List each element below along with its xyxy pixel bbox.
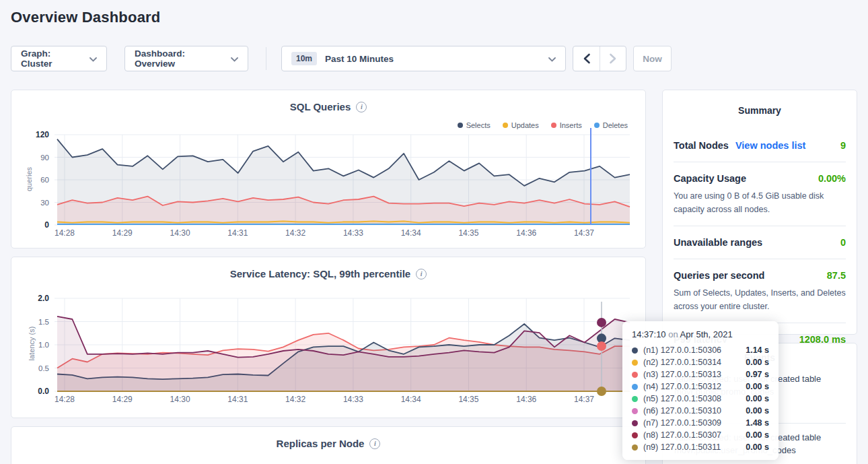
toolbar-divider	[266, 47, 266, 70]
svg-text:14:31: 14:31	[227, 395, 248, 404]
chevron-down-icon	[548, 54, 556, 64]
svg-text:14:31: 14:31	[227, 228, 248, 238]
time-range-badge: 10m	[291, 52, 317, 65]
svg-text:14:33: 14:33	[343, 228, 363, 238]
node-color-dot-icon	[632, 444, 638, 451]
chevron-right-icon	[609, 53, 617, 64]
svg-text:14:37: 14:37	[574, 228, 594, 238]
chevron-down-icon	[231, 54, 238, 64]
sql-queries-chart[interactable]: 030609012014:2814:2914:3014:3114:3214:33…	[11, 90, 647, 249]
total-nodes-value: 9	[840, 140, 846, 151]
sql-queries-chart-card: SQL Queries i SelectsUpdatesInsertsDelet…	[11, 90, 646, 248]
svg-text:14:32: 14:32	[285, 228, 305, 238]
svg-text:14:28: 14:28	[55, 228, 75, 238]
svg-text:0: 0	[44, 220, 49, 230]
view-nodes-list-link[interactable]: View nodes list	[735, 140, 806, 151]
prev-time-button[interactable]	[573, 46, 600, 71]
svg-text:120: 120	[36, 130, 49, 139]
svg-text:14:30: 14:30	[170, 228, 190, 238]
tooltip-row: (n8) 127.0.0.1:503070.00 s	[632, 429, 769, 441]
capacity-usage-value: 0.00%	[818, 173, 846, 184]
svg-text:2.0: 2.0	[38, 294, 49, 303]
svg-text:14:33: 14:33	[343, 395, 363, 404]
tooltip-row: (n7) 127.0.0.1:503091.48 s	[632, 417, 769, 429]
svg-text:14:37: 14:37	[574, 395, 594, 404]
summary-title: Summary	[674, 105, 846, 116]
now-button[interactable]: Now	[633, 46, 672, 71]
service-latency-chart[interactable]: 0.00.51.01.52.014:2814:2914:3014:3114:32…	[11, 257, 647, 419]
svg-text:1.0: 1.0	[38, 341, 49, 349]
node-color-dot-icon	[632, 347, 638, 354]
time-range-picker[interactable]: 10m Past 10 Minutes	[281, 46, 566, 71]
svg-text:14:29: 14:29	[112, 395, 133, 404]
dashboard-dropdown-label: Dashboard: Overview	[135, 48, 223, 69]
tooltip-row: (n2) 127.0.0.1:503140.00 s	[632, 356, 769, 368]
qps-value: 87.5	[827, 270, 846, 281]
svg-text:14:36: 14:36	[516, 228, 536, 238]
tooltip-row: (n9) 127.0.0.1:503110.00 s	[632, 441, 769, 453]
qps-label: Queries per second	[674, 270, 764, 281]
chevron-left-icon	[583, 53, 591, 64]
svg-text:14:35: 14:35	[458, 395, 478, 404]
svg-text:14:36: 14:36	[516, 395, 536, 404]
tooltip-rows: (n1) 127.0.0.1:503061.14 s(n2) 127.0.0.1…	[632, 344, 769, 453]
graph-dropdown[interactable]: Graph: Cluster	[11, 46, 107, 71]
capacity-usage-desc: You are using 0 B of 4.5 GiB usable disk…	[674, 189, 846, 216]
tooltip-timestamp: 14:37:10 on Apr 5th, 2021	[632, 329, 769, 339]
node-color-dot-icon	[632, 396, 638, 402]
overview-dashboard-page: Overview Dashboard Graph: Cluster Dashbo…	[0, 0, 868, 464]
svg-text:1.5: 1.5	[38, 318, 49, 326]
dashboard-dropdown[interactable]: Dashboard: Overview	[124, 46, 248, 71]
node-color-dot-icon	[632, 420, 638, 426]
page-title: Overview Dashboard	[11, 9, 160, 26]
node-color-dot-icon	[632, 432, 638, 438]
service-latency-chart-card: Service Latency: SQL, 99th percentile i …	[11, 257, 646, 418]
svg-text:0.0: 0.0	[38, 387, 49, 396]
total-nodes-label: Total Nodes	[674, 140, 729, 151]
svg-text:14:35: 14:35	[458, 228, 478, 238]
node-color-dot-icon	[632, 408, 638, 414]
tooltip-row: (n4) 127.0.0.1:503120.00 s	[632, 380, 769, 393]
svg-text:14:34: 14:34	[401, 395, 421, 404]
tooltip-row: (n1) 127.0.0.1:503061.14 s	[632, 344, 769, 356]
node-color-dot-icon	[632, 384, 638, 390]
svg-text:30: 30	[40, 199, 49, 207]
svg-text:0.5: 0.5	[38, 364, 49, 372]
node-color-dot-icon	[632, 360, 638, 366]
unavailable-ranges-value: 0	[840, 237, 846, 248]
unavailable-ranges-label: Unavailable ranges	[674, 237, 762, 248]
svg-text:90: 90	[40, 154, 49, 162]
graph-dropdown-label: Graph: Cluster	[21, 48, 81, 69]
next-time-button[interactable]	[600, 46, 626, 71]
svg-text:14:32: 14:32	[285, 395, 305, 404]
latency-hover-tooltip: 14:37:10 on Apr 5th, 2021 (n1) 127.0.0.1…	[622, 321, 779, 460]
svg-text:14:29: 14:29	[112, 228, 133, 238]
svg-text:14:30: 14:30	[170, 395, 190, 404]
tooltip-row: (n3) 127.0.0.1:503130.97 s	[632, 368, 769, 380]
time-range-label: Past 10 Minutes	[325, 54, 394, 64]
replicas-chart-title: Replicas per Node	[277, 438, 365, 449]
qps-desc: Sum of Selects, Updates, Inserts, and De…	[674, 286, 846, 313]
capacity-usage-label: Capacity Usage	[674, 173, 746, 184]
tooltip-row: (n5) 127.0.0.1:503080.00 s	[632, 393, 769, 405]
info-icon[interactable]: i	[369, 438, 380, 449]
tooltip-row: (n6) 127.0.0.1:503100.00 s	[632, 405, 769, 417]
svg-text:14:34: 14:34	[401, 228, 421, 238]
time-nav-group	[573, 46, 626, 71]
node-color-dot-icon	[632, 372, 638, 378]
svg-text:60: 60	[40, 176, 49, 184]
summary-panel: Summary Total Nodes View nodes list 9 Ca…	[662, 90, 857, 335]
svg-text:14:28: 14:28	[55, 395, 75, 404]
replicas-per-node-chart-card: Replicas per Node i	[11, 426, 646, 464]
chevron-down-icon	[89, 54, 97, 64]
